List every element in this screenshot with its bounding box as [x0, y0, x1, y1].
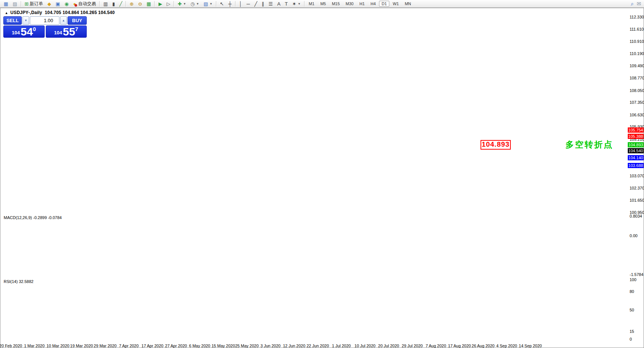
- buy-price-tile[interactable]: 104 55 7: [46, 25, 87, 38]
- search-icon[interactable]: ⌕: [631, 1, 634, 6]
- toolbar-separator: [21, 1, 21, 7]
- chat-icon[interactable]: ✉: [637, 1, 641, 6]
- timeframe-d1-button[interactable]: D1: [379, 1, 389, 7]
- timeframe-w1-button[interactable]: W1: [390, 1, 402, 7]
- timeframe-m15-button[interactable]: M15: [329, 1, 342, 7]
- dropdown-arrow-icon: ▼: [196, 2, 199, 6]
- timeframe-mn-button[interactable]: MN: [402, 1, 414, 7]
- timeframe-m30-button[interactable]: M30: [343, 1, 356, 7]
- buy-price-big: 55: [63, 27, 75, 37]
- expert-advisors-button[interactable]: ▣: [54, 0, 62, 7]
- timeframe-h4-button[interactable]: H4: [368, 1, 378, 7]
- cursor-button[interactable]: ↖: [218, 0, 226, 7]
- tile-windows-icon: ▦: [147, 1, 151, 6]
- toolbar-separator: [99, 1, 100, 7]
- candlestick-chart-button[interactable]: ▮: [110, 0, 117, 7]
- sell-price-tile[interactable]: 104 54 0: [3, 25, 45, 38]
- periods-button[interactable]: ◷▼: [189, 0, 201, 7]
- fibonacci-icon: ☰: [269, 1, 273, 6]
- dropdown-arrow-icon: ▼: [183, 2, 186, 6]
- crosshair-icon: ┼: [228, 1, 232, 6]
- tile-windows-button[interactable]: ▦: [145, 0, 153, 7]
- bar-chart-icon: ▥: [103, 1, 108, 6]
- one-click-trading-panel: SELL ▼ 1.00 ▲ BUY 104 54 0 104 55 7: [3, 16, 87, 38]
- chart-shift-button[interactable]: ▷: [165, 0, 172, 7]
- new-order-icon: ⊞: [25, 1, 29, 6]
- timeframe-m1-button[interactable]: M1: [306, 1, 317, 7]
- expert-advisors-icon: ▣: [56, 1, 60, 6]
- sell-price-big: 54: [21, 27, 33, 37]
- chart-shift-icon: ▷: [166, 1, 170, 6]
- toolbar-separator: [125, 1, 126, 7]
- buy-price-sup: 7: [75, 26, 78, 32]
- signals-icon: ◉: [65, 1, 69, 6]
- vertical-line-button[interactable]: │: [237, 0, 244, 7]
- auto-scroll-icon: ▶: [158, 1, 162, 6]
- cursor-icon: ↖: [220, 1, 224, 6]
- profiles-icon: ▨: [13, 1, 17, 6]
- dropdown-arrow-icon: ▼: [298, 2, 301, 6]
- toolbar-separator: [304, 1, 305, 7]
- new-order-button[interactable]: ⊞新订单: [23, 0, 45, 7]
- timeframe-h1-button[interactable]: H1: [357, 1, 367, 7]
- metaeditor-button[interactable]: ◆: [46, 0, 53, 7]
- autotrading-status-dot: [75, 4, 77, 7]
- buy-button[interactable]: BUY: [68, 16, 87, 25]
- volume-input[interactable]: 1.00: [30, 16, 59, 25]
- autotrading-button[interactable]: ●自动交易: [71, 0, 98, 7]
- text-button[interactable]: A: [275, 0, 282, 7]
- autotrading-label: 自动交易: [78, 1, 96, 7]
- buy-price-base: 104: [54, 30, 62, 35]
- sell-price-base: 104: [12, 30, 20, 35]
- zoom-out-icon: ⊖: [138, 1, 142, 6]
- horizontal-line-button[interactable]: ─: [245, 0, 252, 7]
- indicators-icon: ✚: [178, 1, 182, 6]
- chart-ohlc-values: 104.705 104.864 104.265 104.540: [45, 10, 115, 15]
- toolbar-separator: [235, 1, 236, 7]
- horizontal-line-icon: ─: [247, 1, 250, 6]
- bar-chart-button[interactable]: ▥: [101, 0, 110, 7]
- chart-collapse-toggle-icon[interactable]: ▲: [5, 11, 8, 15]
- text-icon: A: [277, 1, 280, 6]
- fibonacci-button[interactable]: ☰: [267, 0, 275, 7]
- metaeditor-icon: ◆: [48, 1, 51, 6]
- trendline-icon: ╱: [254, 1, 257, 6]
- chart-title: ▲USDJPY-,Daily 104.705 104.864 104.265 1…: [5, 10, 115, 15]
- chart-window: ▲USDJPY-,Daily 104.705 104.864 104.265 1…: [0, 8, 644, 348]
- new-chart-icon: ▦: [4, 1, 8, 6]
- indicators-button[interactable]: ✚▼: [176, 0, 188, 7]
- candlestick-chart-icon: ▮: [112, 1, 115, 6]
- zoom-in-icon: ⊕: [130, 1, 134, 6]
- sell-button[interactable]: SELL: [3, 16, 22, 25]
- text-label-icon: T: [285, 1, 288, 6]
- templates-icon: ▧: [203, 1, 208, 6]
- arrows-icon: ✶: [292, 1, 296, 6]
- vertical-line-icon: │: [239, 1, 242, 6]
- toolbar-separator: [154, 1, 155, 7]
- sell-price-sup: 0: [33, 26, 36, 32]
- volume-increase-button[interactable]: ▲: [60, 16, 67, 25]
- profiles-button[interactable]: ▨: [11, 0, 19, 7]
- line-chart-icon: ╱: [119, 1, 122, 6]
- toolbar-separator: [173, 1, 174, 7]
- new-chart-button[interactable]: ▦: [2, 0, 10, 7]
- line-chart-button[interactable]: ╱: [117, 0, 124, 7]
- chart-symbol-label: USDJPY-,Daily: [10, 10, 42, 15]
- periods-icon: ◷: [190, 1, 194, 6]
- timeframe-m5-button[interactable]: M5: [318, 1, 328, 7]
- dropdown-arrow-icon: ▼: [210, 2, 213, 6]
- templates-button[interactable]: ▧▼: [202, 0, 214, 7]
- signals-button[interactable]: ◉: [63, 0, 70, 7]
- channel-button[interactable]: ∥: [260, 0, 266, 7]
- zoom-out-button[interactable]: ⊖: [136, 0, 144, 7]
- text-label-button[interactable]: T: [283, 0, 290, 7]
- toolbar-separator: [216, 1, 217, 7]
- trendline-button[interactable]: ╱: [252, 0, 259, 7]
- crosshair-button[interactable]: ┼: [227, 0, 234, 7]
- main-toolbar: ▦▨⊞新订单◆▣◉●自动交易▥▮╱⊕⊖▦▶▷✚▼◷▼▧▼↖┼│─╱∥☰AT✶▼M…: [0, 0, 644, 8]
- new-order-label: 新订单: [30, 1, 43, 7]
- arrows-button[interactable]: ✶▼: [290, 0, 303, 7]
- volume-decrease-button[interactable]: ▼: [23, 16, 29, 25]
- auto-scroll-button[interactable]: ▶: [156, 0, 164, 7]
- zoom-in-button[interactable]: ⊕: [128, 0, 135, 7]
